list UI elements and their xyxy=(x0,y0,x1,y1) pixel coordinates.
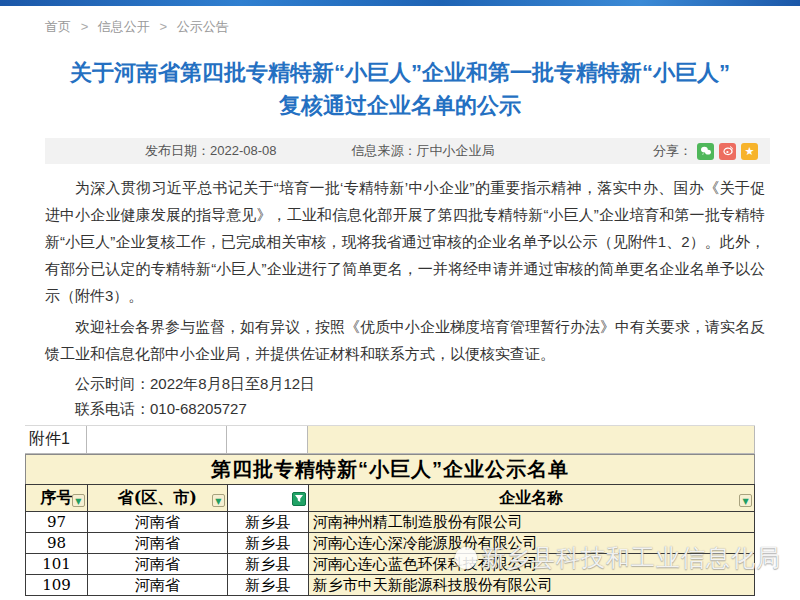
share-label: 分享： xyxy=(653,142,692,160)
cell-seq: 97 xyxy=(26,512,88,533)
table-row: 97 河南省 新乡县 河南神州精工制造股份有限公司 xyxy=(25,512,755,533)
breadcrumb-separator: > xyxy=(159,19,167,34)
cell-seq: 98 xyxy=(26,533,88,554)
cell-province: 河南省 xyxy=(88,512,228,533)
breadcrumb-info-disclosure[interactable]: 信息公开 xyxy=(98,19,150,34)
publicity-period: 公示时间：2022年8月8日至8月12日 xyxy=(45,371,765,396)
cell-city: 新乡县 xyxy=(228,512,309,533)
cell-city: 新乡县 xyxy=(228,554,309,575)
filter-dropdown-icon[interactable]: ▼ xyxy=(212,494,225,507)
filter-dropdown-icon[interactable]: ▼ xyxy=(72,494,85,507)
cell-city: 新乡县 xyxy=(228,575,309,596)
filter-active-icon[interactable] xyxy=(292,492,306,506)
header-seq-label: 序号 xyxy=(40,488,72,509)
qzone-star-icon[interactable]: ★ xyxy=(741,143,758,160)
table-corner-row: 附件1 xyxy=(25,425,755,454)
header-company: 企业名称 ▼ xyxy=(309,485,755,512)
info-source: 信息来源：厅中小企业局 xyxy=(352,142,495,160)
cell-company: 新乡市中天新能源科技股份有限公司 xyxy=(309,575,755,596)
cell-city: 新乡县 xyxy=(228,533,309,554)
empty-cell xyxy=(308,426,755,454)
cell-province: 河南省 xyxy=(88,533,228,554)
header-company-label: 企业名称 xyxy=(499,488,563,509)
breadcrumb-separator: > xyxy=(81,19,89,34)
page-title: 关于河南省第四批专精特新“小巨人”企业和第一批专精特新“小巨人”复核通过企业名单… xyxy=(70,56,730,122)
cell-seq: 109 xyxy=(26,575,88,596)
filter-dropdown-icon[interactable]: ▼ xyxy=(739,494,752,507)
empty-cell xyxy=(87,426,227,454)
breadcrumb-announcements[interactable]: 公示公告 xyxy=(177,19,229,34)
cell-province: 河南省 xyxy=(88,575,228,596)
breadcrumb-home[interactable]: 首页 xyxy=(45,19,71,34)
cell-seq: 101 xyxy=(26,554,88,575)
header-province-label: 省(区、市) xyxy=(118,488,197,509)
wechat-icon[interactable] xyxy=(697,143,714,160)
article-meta-bar: 发布日期：2022-08-08 信息来源：厅中小企业局 分享： ★ xyxy=(45,138,770,164)
attachment-number-label: 附件1 xyxy=(25,426,87,454)
cell-province: 河南省 xyxy=(88,554,228,575)
contact-phone: 联系电话：010-68205727 xyxy=(45,396,765,421)
attachment-table: 附件1 第四批专精特新“小巨人”企业公示名单 序号 ▼ 省(区、市) ▼ 企业名… xyxy=(25,425,755,596)
header-seq: 序号 ▼ xyxy=(26,485,88,512)
cell-company: 河南心连心深冷能源股份有限公司 xyxy=(309,533,755,554)
header-city-filtered xyxy=(228,485,309,512)
table-row: 98 河南省 新乡县 河南心连心深冷能源股份有限公司 xyxy=(25,533,755,554)
table-row: 109 河南省 新乡县 新乡市中天新能源科技股份有限公司 xyxy=(25,575,755,596)
empty-cell xyxy=(227,426,308,454)
announcement-page: { "breadcrumb": { "sep": ">", "items": [… xyxy=(0,0,800,600)
publish-date: 发布日期：2022-08-08 xyxy=(145,142,277,160)
cell-company: 河南心连心蓝色环保科技有限公司 xyxy=(309,554,755,575)
header-province: 省(区、市) ▼ xyxy=(88,485,228,512)
table-row: 101 河南省 新乡县 河南心连心蓝色环保科技有限公司 xyxy=(25,554,755,575)
breadcrumb: 首页 > 信息公开 > 公示公告 xyxy=(0,6,800,36)
paragraph-1: 为深入贯彻习近平总书记关于“培育一批‘专精特新’中小企业”的重要指示精神，落实中… xyxy=(45,174,765,309)
share-bar: 分享： ★ xyxy=(653,142,758,160)
table-title: 第四批专精特新“小巨人”企业公示名单 xyxy=(25,454,755,484)
cell-company: 河南神州精工制造股份有限公司 xyxy=(309,512,755,533)
table-header-row: 序号 ▼ 省(区、市) ▼ 企业名称 ▼ xyxy=(25,484,755,512)
paragraph-2: 欢迎社会各界参与监督，如有异议，按照《优质中小企业梯度培育管理暂行办法》中有关要… xyxy=(45,313,765,367)
weibo-icon[interactable] xyxy=(719,143,736,160)
